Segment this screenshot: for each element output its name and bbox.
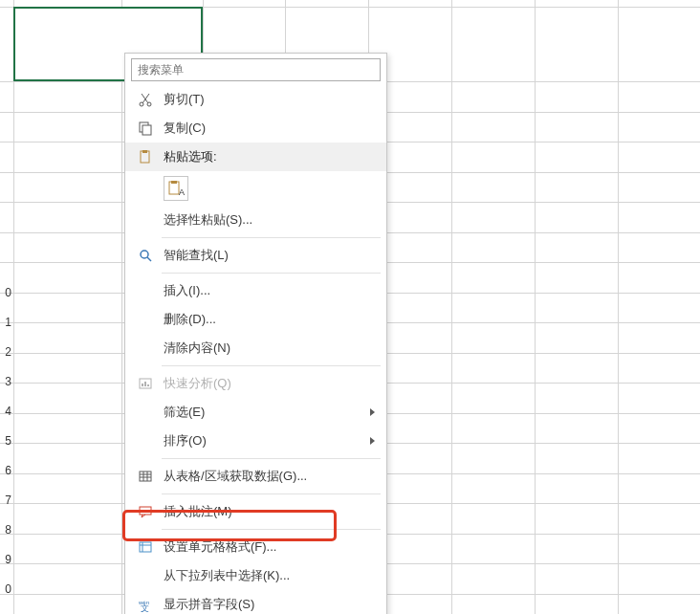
- svg-rect-21: [140, 542, 151, 552]
- menu-insert-comment[interactable]: 插入批注(M): [125, 497, 386, 526]
- menu-insert[interactable]: 插入(I)...: [125, 276, 386, 305]
- menu-label: 清除内容(N): [162, 340, 386, 357]
- menu-quick-analysis: 快速分析(Q): [125, 369, 386, 398]
- submenu-arrow-icon: [370, 437, 375, 445]
- menu-paste-options[interactable]: 粘贴选项:: [125, 143, 386, 171]
- menu-label: 粘贴选项:: [162, 148, 386, 165]
- svg-line-10: [147, 257, 151, 261]
- svg-rect-3: [142, 125, 151, 135]
- paste-option-keep-text[interactable]: A: [125, 171, 386, 206]
- menu-separator: [162, 458, 381, 459]
- row-header[interactable]: 3: [0, 366, 13, 396]
- menu-copy[interactable]: 复制(C): [125, 114, 386, 143]
- svg-rect-14: [147, 384, 149, 386]
- svg-rect-12: [142, 384, 143, 386]
- row-headers: 0 1 2 3 4 5 6 7 8 9 0 1: [0, 277, 13, 614]
- menu-label: 剪切(T): [162, 91, 386, 108]
- menu-label: 选择性粘贴(S)...: [162, 211, 386, 229]
- svg-rect-7: [171, 181, 177, 184]
- menu-label: 快速分析(Q): [162, 375, 386, 392]
- clipboard-icon: [133, 144, 158, 169]
- scissors-icon: [133, 87, 158, 112]
- paste-text-icon: A: [164, 176, 188, 201]
- context-menu: 剪切(T) 复制(C) 粘贴选项: A 选择性粘贴(S)... 智能查找(L) …: [124, 53, 387, 614]
- row-header[interactable]: 7: [0, 485, 13, 515]
- menu-label: 删除(D)...: [162, 311, 386, 328]
- menu-cut[interactable]: 剪切(T): [125, 85, 386, 114]
- row-header[interactable]: 0: [0, 574, 13, 603]
- svg-point-0: [140, 102, 143, 106]
- menu-filter[interactable]: 筛选(E): [125, 398, 386, 427]
- blank-icon: [133, 307, 158, 332]
- menu-label: 复制(C): [162, 120, 386, 137]
- menu-show-phonetic[interactable]: wén文 显示拼音字段(S): [125, 590, 386, 614]
- menu-delete[interactable]: 删除(D)...: [125, 305, 386, 334]
- row-header[interactable]: 6: [0, 455, 13, 485]
- menu-label: 排序(O): [162, 432, 386, 450]
- svg-rect-13: [144, 382, 146, 386]
- blank-icon: [133, 278, 158, 303]
- svg-text:文: 文: [141, 603, 149, 612]
- row-header[interactable]: 1: [0, 307, 13, 337]
- quick-analysis-icon: [133, 371, 158, 396]
- blank-icon: [133, 563, 158, 588]
- table-icon: [133, 464, 158, 489]
- blank-icon: [133, 336, 158, 361]
- menu-label: 从表格/区域获取数据(G)...: [162, 468, 386, 485]
- comment-icon: [133, 499, 158, 524]
- search-icon: [133, 243, 158, 268]
- menu-label: 设置单元格格式(F)...: [162, 538, 386, 556]
- menu-clear-contents[interactable]: 清除内容(N): [125, 334, 386, 362]
- menu-separator: [162, 365, 381, 366]
- menu-label: 插入(I)...: [162, 282, 386, 299]
- blank-icon: [133, 208, 158, 232]
- menu-separator: [162, 493, 381, 494]
- blank-icon: [133, 400, 158, 425]
- svg-rect-15: [140, 471, 151, 481]
- svg-rect-5: [142, 150, 147, 153]
- menu-label: 从下拉列表中选择(K)...: [162, 567, 386, 584]
- blank-icon: [133, 428, 158, 453]
- row-header[interactable]: 5: [0, 426, 13, 455]
- row-header[interactable]: 2: [0, 337, 13, 366]
- svg-point-9: [141, 251, 148, 258]
- menu-search-input[interactable]: [138, 63, 374, 77]
- svg-point-1: [147, 102, 151, 106]
- menu-separator: [162, 273, 381, 274]
- svg-text:A: A: [179, 187, 185, 197]
- menu-format-cells[interactable]: 设置单元格格式(F)...: [125, 533, 386, 561]
- menu-label: 智能查找(L): [162, 247, 386, 264]
- menu-smart-lookup[interactable]: 智能查找(L): [125, 241, 386, 270]
- svg-rect-20: [140, 507, 151, 515]
- menu-label: 插入批注(M): [162, 503, 386, 520]
- menu-separator: [162, 529, 381, 530]
- submenu-arrow-icon: [370, 408, 375, 416]
- phonetic-icon: wén文: [133, 592, 158, 614]
- format-cells-icon: [133, 535, 158, 559]
- row-header[interactable]: 4: [0, 396, 13, 426]
- menu-separator: [162, 237, 381, 238]
- menu-get-data-from-table[interactable]: 从表格/区域获取数据(G)...: [125, 462, 386, 491]
- row-header[interactable]: 1: [0, 603, 13, 614]
- menu-pick-from-dropdown[interactable]: 从下拉列表中选择(K)...: [125, 561, 386, 590]
- row-header[interactable]: 8: [0, 515, 13, 544]
- row-header[interactable]: 9: [0, 544, 13, 574]
- menu-search-box[interactable]: [131, 58, 381, 81]
- copy-icon: [133, 116, 158, 141]
- menu-sort[interactable]: 排序(O): [125, 427, 386, 455]
- menu-paste-special[interactable]: 选择性粘贴(S)...: [125, 206, 386, 234]
- menu-label: 筛选(E): [162, 404, 386, 421]
- menu-label: 显示拼音字段(S): [162, 596, 386, 613]
- row-header[interactable]: 0: [0, 277, 13, 307]
